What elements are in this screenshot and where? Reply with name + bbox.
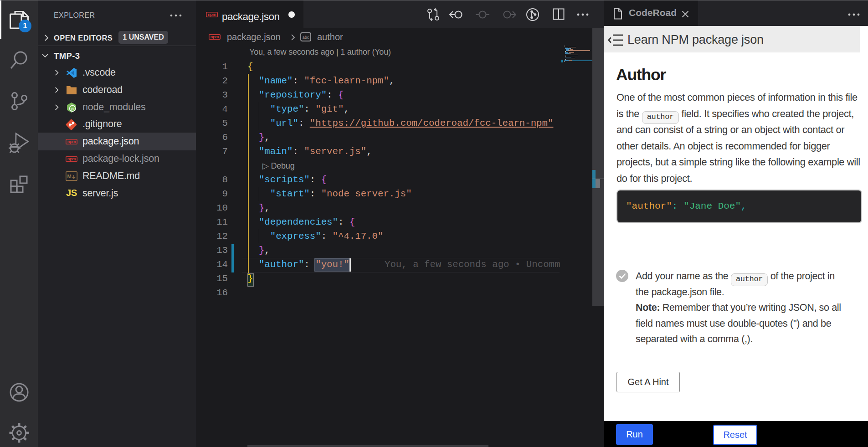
svg-text:M: M	[67, 174, 71, 179]
svg-text:npm: npm	[211, 34, 219, 39]
svg-text:npm: npm	[67, 139, 76, 144]
svg-text:abc: abc	[303, 35, 309, 40]
svg-text:js: js	[71, 107, 74, 111]
svg-text:npm: npm	[67, 156, 76, 161]
svg-text:npm: npm	[208, 12, 216, 17]
